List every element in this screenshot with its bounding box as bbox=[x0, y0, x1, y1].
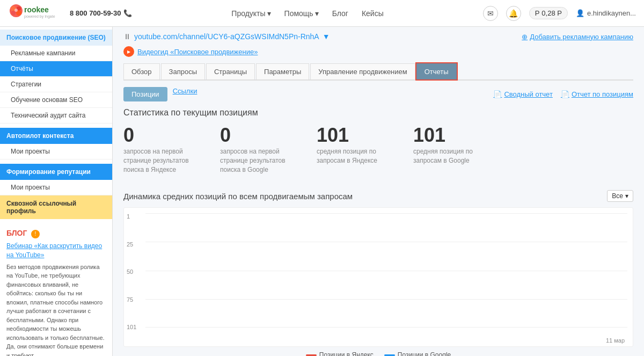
balance-badge: Р 0,28 Р bbox=[529, 7, 568, 19]
nav-blog[interactable]: Блог bbox=[332, 9, 348, 18]
channel-url-text: youtube.com/channel/UCY6-aQZGsWSIMdN5Pn-… bbox=[134, 32, 319, 41]
phone-icon: 📞 bbox=[123, 9, 132, 17]
svg-text:powered by Ingate: powered by Ingate bbox=[24, 14, 55, 19]
mail-button[interactable]: ✉ bbox=[483, 6, 498, 21]
positions-report-link[interactable]: 📄 Отчет по позициям bbox=[561, 90, 633, 98]
legend-google-label: Позиции в Google bbox=[398, 351, 451, 356]
phone-number: 8 800 700-59-30 bbox=[70, 9, 121, 17]
content-topbar: ⏸ youtube.com/channel/UCY6-aQZGsWSIMdN5P… bbox=[123, 32, 633, 41]
legend-yandex: Позиции в Яндекс bbox=[306, 351, 374, 356]
chart-x-label: 11 мар bbox=[606, 337, 625, 344]
main-layout: Поисковое продвижение (SEO) Рекламные ка… bbox=[0, 27, 644, 356]
sidebar-item-my-projects-2[interactable]: Мои проекты bbox=[0, 180, 112, 195]
stat-google-p1: 0 запросов на первой странице результато… bbox=[220, 126, 295, 174]
filter-arrow-icon: ▾ bbox=[625, 192, 628, 200]
y-label-50: 50 bbox=[127, 268, 136, 275]
add-campaign-button[interactable]: ⊕ Добавить рекламную кампанию bbox=[522, 33, 633, 41]
summary-report-link[interactable]: 📄 Сводный отчет bbox=[493, 90, 553, 98]
sidebar-item-seo-basics[interactable]: Обучение основам SEO bbox=[0, 92, 112, 108]
sidebar-item-tech-audit[interactable]: Технический аудит сайта bbox=[0, 108, 112, 123]
sidebar-item-reputation[interactable]: Формирование репутации bbox=[0, 164, 112, 180]
stat-value-2: 101 bbox=[317, 126, 392, 145]
tab-pages[interactable]: Страницы bbox=[206, 63, 255, 79]
sub-tab-positions[interactable]: Позиции bbox=[123, 87, 167, 101]
play-button[interactable]: ▶ bbox=[123, 46, 134, 57]
y-label-25: 25 bbox=[127, 241, 136, 248]
nav-help[interactable]: Помощь ▾ bbox=[284, 9, 319, 18]
pause-icon: ⏸ bbox=[123, 32, 131, 41]
stat-value-0: 0 bbox=[123, 126, 199, 145]
blog-section: БЛОГ ! Вебинар «Как раскрутить видео на … bbox=[0, 223, 112, 356]
blog-text: Без методов продвижения ролика на YouTub… bbox=[6, 263, 106, 356]
svg-text:rookee: rookee bbox=[24, 5, 49, 14]
tabs-bar: Обзор Запросы Страницы Параметры Управле… bbox=[123, 63, 633, 81]
balance-value: 0,28 Р bbox=[541, 9, 562, 17]
user-icon: 👤 bbox=[576, 9, 584, 17]
channel-url-bar[interactable]: ⏸ youtube.com/channel/UCY6-aQZGsWSIMdN5P… bbox=[123, 32, 330, 41]
user-menu[interactable]: 👤 e.hindikaynen... bbox=[576, 9, 636, 17]
stat-label-1: запросов на первой странице результатов … bbox=[220, 147, 295, 174]
video-guide-link[interactable]: Видеогид «Поисковое продвижение» bbox=[137, 48, 258, 56]
blog-label: БЛОГ bbox=[6, 229, 27, 237]
sub-tabs-bar: Позиции Ссылки 📄 Сводный отчет 📄 Отчет п… bbox=[123, 87, 633, 101]
tab-reports[interactable]: Отчеты bbox=[416, 63, 457, 79]
legend-google-line bbox=[384, 354, 395, 356]
logo-svg: rookee powered by Ingate bbox=[8, 3, 59, 24]
username: e.hindikaynen... bbox=[587, 9, 636, 17]
chart-grid bbox=[145, 213, 627, 330]
sidebar-item-link-profile[interactable]: Сквозной ссылочный профиль bbox=[0, 195, 112, 219]
chart-y-labels: 1 25 50 75 101 bbox=[127, 213, 136, 330]
filter-value: Все bbox=[612, 192, 623, 200]
legend-yandex-line bbox=[306, 354, 317, 356]
stat-label-3: средняя позиция по запросам в Google bbox=[413, 147, 488, 165]
tab-management[interactable]: Управление продвижением bbox=[310, 63, 415, 79]
tab-queries[interactable]: Запросы bbox=[161, 63, 205, 79]
video-guide: ▶ Видеогид «Поисковое продвижение» bbox=[123, 46, 633, 57]
svg-point-5 bbox=[14, 9, 18, 12]
stat-label-0: запросов на первой странице результатов … bbox=[123, 147, 199, 174]
nav-products[interactable]: Продукты ▾ bbox=[231, 9, 270, 18]
stats-title: Статистика по текущим позициям bbox=[123, 108, 633, 118]
sidebar-item-ad-campaigns[interactable]: Рекламные кампании bbox=[0, 46, 112, 61]
currency-icon: Р bbox=[535, 9, 540, 17]
blog-link[interactable]: Вебинар «Как раскрутить видео на YouTube… bbox=[6, 242, 106, 260]
legend-yandex-label: Позиции в Яндекс bbox=[319, 351, 374, 356]
chart-filter-dropdown[interactable]: Все ▾ bbox=[607, 190, 633, 202]
sidebar-item-autopilot[interactable]: Автопилот контекста bbox=[0, 128, 112, 144]
legend-google: Позиции в Google bbox=[384, 351, 451, 356]
phone-area: 8 800 700-59-30 📞 bbox=[70, 9, 132, 17]
dropdown-arrow-icon: ▼ bbox=[323, 32, 330, 41]
chart-area: 1 25 50 75 101 11 мар bbox=[123, 207, 633, 347]
y-label-75: 75 bbox=[127, 296, 136, 303]
stat-value-1: 0 bbox=[220, 126, 295, 145]
stat-label-2: средняя позиция по запросам в Яндексе bbox=[317, 147, 392, 165]
header-icons: ✉ 🔔 Р 0,28 Р 👤 e.hindikaynen... bbox=[483, 6, 636, 21]
sidebar-item-seo[interactable]: Поисковое продвижение (SEO) bbox=[0, 30, 112, 46]
header: rookee powered by Ingate 8 800 700-59-30… bbox=[0, 0, 644, 27]
sub-tab-links[interactable]: Ссылки bbox=[173, 87, 197, 101]
stat-yandex-p1: 0 запросов на первой странице результато… bbox=[123, 126, 199, 174]
logo[interactable]: rookee powered by Ingate bbox=[8, 3, 59, 24]
chart-title: Динамика средних позиций по всем продвиг… bbox=[123, 192, 353, 201]
sidebar: Поисковое продвижение (SEO) Рекламные ка… bbox=[0, 27, 113, 356]
stat-yandex-avg: 101 средняя позиция по запросам в Яндекс… bbox=[317, 126, 392, 174]
stat-value-3: 101 bbox=[413, 126, 488, 145]
y-label-1: 1 bbox=[127, 213, 136, 220]
doc-icon: 📄 bbox=[493, 90, 502, 98]
sub-tabs-right: 📄 Сводный отчет 📄 Отчет по позициям bbox=[493, 90, 633, 98]
sidebar-item-strategies[interactable]: Стратегии bbox=[0, 77, 112, 92]
sidebar-item-reports[interactable]: Отчёты bbox=[0, 61, 112, 77]
content-area: ⏸ youtube.com/channel/UCY6-aQZGsWSIMdN5P… bbox=[113, 27, 644, 356]
notification-button[interactable]: 🔔 bbox=[506, 6, 521, 21]
svg-point-3 bbox=[11, 11, 16, 15]
tab-overview[interactable]: Обзор bbox=[123, 63, 160, 79]
doc-icon-2: 📄 bbox=[561, 90, 569, 98]
y-label-101: 101 bbox=[127, 324, 136, 330]
nav-cases[interactable]: Кейсы bbox=[362, 9, 384, 18]
add-icon: ⊕ bbox=[522, 33, 528, 41]
sidebar-item-my-projects-1[interactable]: Мои проекты bbox=[0, 144, 112, 159]
tab-parameters[interactable]: Параметры bbox=[256, 63, 309, 79]
chart-legend: Позиции в Яндекс Позиции в Google bbox=[123, 351, 633, 356]
blog-icon: ! bbox=[31, 230, 40, 238]
stat-google-avg: 101 средняя позиция по запросам в Google bbox=[413, 126, 488, 174]
